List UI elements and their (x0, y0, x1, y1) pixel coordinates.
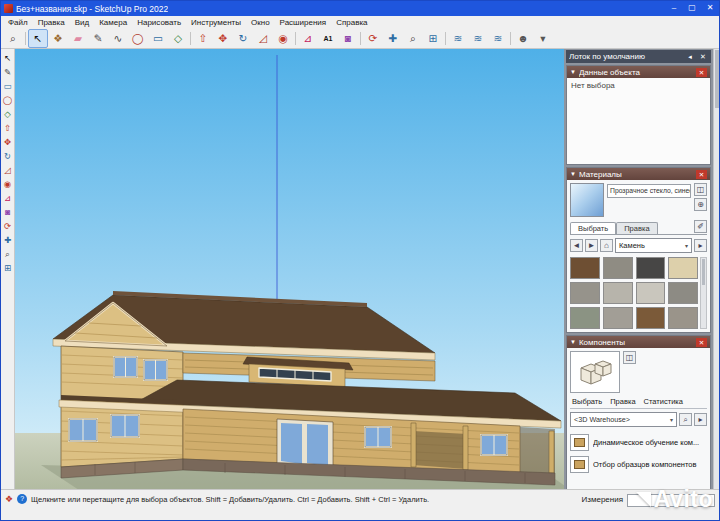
tool-zoom-extents[interactable]: ⊞ (423, 29, 443, 48)
entity-info-header[interactable]: ▼ Данные объекта ✕ (567, 66, 710, 78)
material-swatch[interactable] (570, 257, 600, 279)
secondary-pane-icon[interactable]: ◫ (694, 183, 707, 196)
tool-scale[interactable]: ◿ (253, 29, 273, 48)
tool-search[interactable]: ⌕ (3, 29, 23, 48)
scale-icon[interactable]: ◿ (2, 164, 14, 176)
tool-rectangle[interactable]: ▭ (148, 29, 168, 48)
material-swatch[interactable] (570, 307, 600, 329)
tool-line[interactable]: ✎ (88, 29, 108, 48)
menu-edit[interactable]: Правка (33, 18, 70, 27)
tool-paint-bucket[interactable]: ◙ (338, 29, 358, 48)
geolocation-icon[interactable]: ❖ (5, 494, 13, 504)
tool-sandbox-1[interactable]: ≋ (448, 29, 468, 48)
polygon-icon[interactable]: ◇ (2, 108, 14, 120)
secondary-pane-icon[interactable]: ◫ (623, 351, 636, 364)
tool-circle[interactable]: ◯ (128, 29, 148, 48)
tool-offset[interactable]: ◉ (273, 29, 293, 48)
material-swatch[interactable] (603, 257, 633, 279)
menu-camera[interactable]: Камера (94, 18, 132, 27)
tab-edit[interactable]: Правка (616, 222, 657, 234)
account-caret-button[interactable]: ▾ (533, 29, 553, 48)
select-icon[interactable]: ↖ (2, 52, 14, 64)
tray-scrollbar[interactable] (713, 49, 720, 489)
tool-freehand[interactable]: ∿ (108, 29, 128, 48)
material-swatch[interactable] (668, 282, 698, 304)
materials-scrollbar[interactable] (700, 257, 707, 329)
tab-select[interactable]: Выбрать (572, 397, 602, 406)
materials-header[interactable]: ▼ Материалы ✕ (567, 168, 710, 180)
tool-sandbox-2[interactable]: ≋ (468, 29, 488, 48)
panel-close-icon[interactable]: ✕ (696, 338, 707, 347)
tab-select[interactable]: Выбрать (570, 222, 616, 234)
tool-tape-measure[interactable]: ⊿ (298, 29, 318, 48)
forward-icon[interactable]: ► (585, 239, 598, 252)
menu-view[interactable]: Вид (70, 18, 94, 27)
tool-select[interactable]: ↖ (28, 29, 48, 48)
offset-icon[interactable]: ◉ (2, 178, 14, 190)
home-icon[interactable]: ⌂ (600, 239, 613, 252)
back-icon[interactable]: ◄ (570, 239, 583, 252)
tool-make-component[interactable]: ❖ (48, 29, 68, 48)
zoom-extents-icon[interactable]: ⊞ (2, 262, 14, 274)
panel-close-icon[interactable]: ✕ (696, 68, 707, 77)
material-swatch[interactable] (668, 257, 698, 279)
details-arrow-icon[interactable]: ▸ (694, 413, 707, 426)
tool-polygon[interactable]: ◇ (168, 29, 188, 48)
material-swatch[interactable] (570, 282, 600, 304)
rotate-icon[interactable]: ↻ (2, 150, 14, 162)
tab-edit[interactable]: Правка (610, 397, 635, 406)
rectangle-icon[interactable]: ▭ (2, 80, 14, 92)
warehouse-search-input[interactable]: <3D Warehouse> ▾ (570, 412, 677, 427)
menu-tools[interactable]: Инструменты (186, 18, 246, 27)
push-pull-icon[interactable]: ⇧ (2, 122, 14, 134)
material-swatch[interactable] (636, 307, 666, 329)
create-material-icon[interactable]: ⊕ (694, 198, 707, 211)
tool-sandbox-3[interactable]: ≋ (488, 29, 508, 48)
search-icon[interactable]: ⌕ (679, 413, 692, 426)
orbit-icon[interactable]: ⟳ (2, 220, 14, 232)
tool-push-pull[interactable]: ⇧ (193, 29, 213, 48)
menu-extensions[interactable]: Расширения (275, 18, 332, 27)
pencil-icon[interactable]: ✎ (2, 66, 14, 78)
tray-close-icon[interactable]: ✕ (698, 53, 708, 61)
pan-icon[interactable]: ✚ (2, 234, 14, 246)
components-header[interactable]: ▼ Компоненты ✕ (567, 336, 710, 348)
panel-close-icon[interactable]: ✕ (696, 170, 707, 179)
material-preview[interactable] (570, 183, 604, 217)
tray-header[interactable]: Лоток по умолчанию ◂ ✕ (566, 50, 711, 63)
menu-draw[interactable]: Нарисовать (132, 18, 186, 27)
material-swatch[interactable] (636, 282, 666, 304)
menu-help[interactable]: Справка (331, 18, 372, 27)
tool-pan[interactable]: ✚ (383, 29, 403, 48)
material-swatch[interactable] (636, 257, 666, 279)
help-icon[interactable]: ? (17, 494, 27, 504)
tab-statistics[interactable]: Статистика (644, 397, 683, 406)
tool-rotate[interactable]: ↻ (233, 29, 253, 48)
material-swatch[interactable] (603, 307, 633, 329)
material-swatch[interactable] (603, 282, 633, 304)
material-swatch[interactable] (668, 307, 698, 329)
zoom-icon[interactable]: ⌕ (2, 248, 14, 260)
maximize-button[interactable]: ▢ (683, 1, 701, 16)
tool-eraser[interactable]: ▰ (68, 29, 88, 48)
tape-measure-icon[interactable]: ⊿ (2, 192, 14, 204)
material-category-select[interactable]: Камень ▾ (615, 238, 692, 253)
material-name-field[interactable]: Прозрачное стекло, синее (607, 184, 691, 198)
paint-bucket-icon[interactable]: ◙ (2, 206, 14, 218)
tool-orbit[interactable]: ⟳ (363, 29, 383, 48)
tool-move[interactable]: ✥ (213, 29, 233, 48)
circle-icon[interactable]: ◯ (2, 94, 14, 106)
tool-text[interactable]: A1 (318, 29, 338, 48)
viewport[interactable] (15, 49, 564, 489)
details-arrow-icon[interactable]: ▸ (694, 239, 707, 252)
menu-file[interactable]: Файл (3, 18, 33, 27)
account-button[interactable]: ☻ (513, 29, 533, 48)
component-preview[interactable] (570, 351, 620, 393)
move-icon[interactable]: ✥ (2, 136, 14, 148)
minimize-button[interactable]: – (665, 1, 683, 16)
close-button[interactable]: ✕ (701, 1, 719, 16)
list-item[interactable]: Отбор образцов компонентов (570, 453, 707, 475)
menu-window[interactable]: Окно (246, 18, 275, 27)
list-item[interactable]: Динамическое обучение ком... (570, 431, 707, 453)
pin-icon[interactable]: ◂ (685, 53, 695, 61)
